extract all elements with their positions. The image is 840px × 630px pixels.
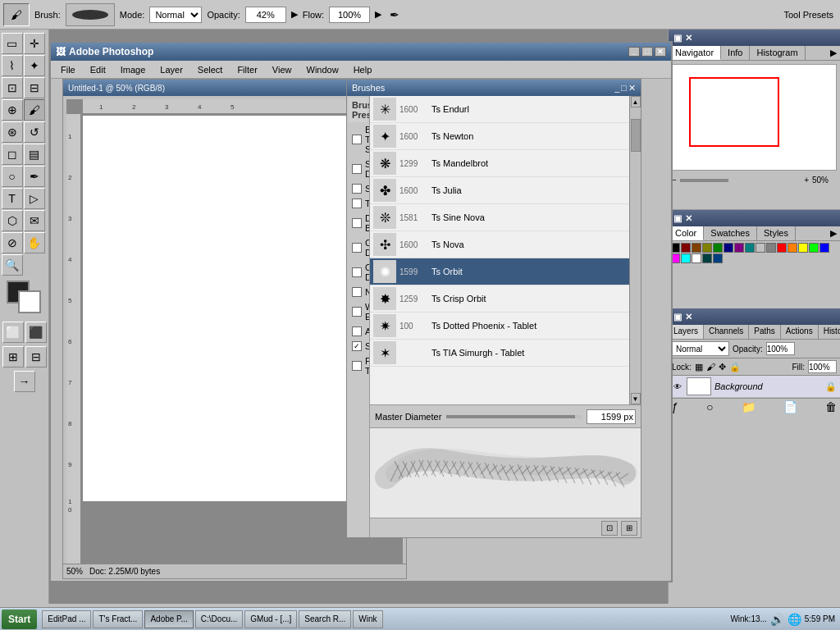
brush-category-smoothing[interactable]: ✓Smoothing [349, 339, 368, 354]
rect-select-tool[interactable]: ▭ [2, 33, 23, 54]
hand-tool[interactable]: ✋ [24, 232, 45, 253]
add-style-btn[interactable]: ƒ [672, 400, 678, 413]
tab-swatches[interactable]: Swatches [704, 226, 757, 240]
background-color[interactable] [18, 290, 41, 313]
brushes-minimize-btn[interactable]: _ [614, 83, 619, 94]
quick-mask-btn[interactable]: ⬛ [25, 322, 47, 343]
color-swatch[interactable] [777, 243, 787, 253]
diameter-slider[interactable] [446, 415, 582, 418]
brush-category-other-dynamics[interactable]: Other Dynamics [349, 260, 368, 285]
menu-edit[interactable]: Edit [84, 63, 112, 76]
color-swatch[interactable] [745, 243, 755, 253]
taskbar-item[interactable]: GMud - [...] [244, 610, 297, 628]
taskbar-item[interactable]: EditPad ... [42, 610, 91, 628]
move-tool[interactable]: ✛ [24, 33, 45, 54]
new-layer-btn[interactable]: 📄 [783, 400, 797, 413]
list-item[interactable]: ✷100Ts Dotted Phoenix - Tablet [370, 313, 629, 340]
list-item[interactable]: ✺1599Ts Orbit [370, 258, 629, 285]
brush-category-noise[interactable]: Noise [349, 285, 368, 299]
menu-select[interactable]: Select [191, 63, 230, 76]
airbrush-icon[interactable]: ✒ [390, 8, 399, 21]
menu-view[interactable]: View [266, 63, 299, 76]
color-swatch[interactable] [756, 243, 765, 253]
menu-file[interactable]: File [54, 63, 82, 76]
color-swatch[interactable] [702, 243, 712, 253]
brush-category-protect-texture[interactable]: Protect Texture [349, 354, 368, 378]
tab-histogram[interactable]: Histogram [750, 46, 805, 60]
list-item[interactable]: ✣1600Ts Nova [370, 231, 629, 258]
brush-checkbox-smoothing[interactable]: ✓ [352, 341, 362, 351]
flow-arrow[interactable]: ▶ [375, 9, 381, 20]
scroll-thumb[interactable] [631, 119, 641, 152]
tab-history[interactable]: History [819, 325, 840, 339]
lasso-tool[interactable]: ⌇ [2, 55, 23, 76]
zoom-slider[interactable] [680, 179, 801, 182]
layer-visibility-icon[interactable]: 👁 [672, 381, 683, 392]
tab-info[interactable]: Info [721, 46, 750, 60]
brush-checkbox-protect-texture[interactable] [352, 361, 362, 371]
color-swatch[interactable] [734, 243, 744, 253]
list-item[interactable]: ✶Ts TIA Simurgh - Tablet [370, 340, 629, 367]
taskbar-item[interactable]: C:\Docu... [195, 610, 243, 628]
type-tool[interactable]: T [2, 188, 23, 209]
dodge-tool[interactable]: ○ [2, 166, 23, 187]
brush-checkbox-color-dynamics[interactable] [352, 243, 362, 253]
color-close[interactable]: ✕ [685, 213, 692, 224]
brush-checkbox-texture[interactable] [352, 199, 362, 208]
brush-checkbox-shape-dynamics[interactable] [352, 164, 362, 174]
brush-category-shape-dynamics[interactable]: Shape Dynamics [349, 157, 368, 181]
brush-category-brush-presets[interactable]: Brush Presets [349, 98, 368, 122]
zoom-in-btn[interactable]: + [804, 176, 809, 185]
menu-layer[interactable]: Layer [153, 63, 189, 76]
brushes-options-btn[interactable]: ⊞ [621, 521, 637, 536]
crop-tool[interactable]: ⊡ [2, 77, 23, 98]
lock-all-btn[interactable]: 🔒 [729, 362, 741, 372]
color-swatch[interactable] [724, 243, 733, 253]
tab-styles[interactable]: Styles [757, 226, 796, 240]
brush-category-airbrush[interactable]: Airbrush [349, 324, 368, 339]
list-item[interactable]: ✳1600Ts Endurl [370, 96, 629, 123]
tab-navigator[interactable]: Navigator [669, 46, 721, 60]
brush-tool-icon[interactable]: 🖌 [3, 3, 30, 26]
heal-tool[interactable]: ⊕ [2, 99, 23, 121]
blend-mode-select[interactable]: Normal [672, 341, 729, 356]
color-swatch[interactable] [713, 243, 723, 253]
color-swatch[interactable] [798, 243, 808, 253]
layer-opacity-input[interactable] [766, 342, 795, 355]
brush-checkbox-dual-brush[interactable] [352, 218, 362, 228]
taskbar-item[interactable]: T's Fract... [93, 610, 143, 628]
tab-layers[interactable]: Layers [669, 325, 704, 339]
brush-checkbox-brush-tip-shape[interactable] [352, 135, 362, 144]
tab-paths[interactable]: Paths [749, 325, 781, 339]
brush-category-brush-tip-shape[interactable]: Brush Tip Shape [349, 122, 368, 157]
color-swatch[interactable] [681, 253, 691, 263]
lock-transparent-btn[interactable]: ▦ [695, 362, 703, 372]
brush-category-wet-edges[interactable]: Wet Edges [349, 299, 368, 324]
slice-tool[interactable]: ⊟ [24, 77, 45, 98]
color-swatch[interactable] [681, 243, 691, 253]
start-button[interactable]: Start [2, 609, 37, 629]
menu-help[interactable]: Help [347, 63, 379, 76]
color-swatch[interactable] [713, 253, 723, 263]
standard-mode-btn[interactable]: ⬜ [2, 322, 24, 343]
opacity-arrow[interactable]: ▶ [291, 9, 298, 20]
eyedropper-tool[interactable]: ⊘ [2, 232, 23, 253]
clone-tool[interactable]: ⊛ [2, 121, 23, 143]
scroll-up-arrow[interactable]: ▲ [631, 96, 641, 107]
color-swatch[interactable] [702, 253, 712, 263]
imagready-btn[interactable]: ⊟ [25, 346, 47, 368]
brushes-maximize-btn[interactable]: □ [621, 83, 627, 94]
menu-window[interactable]: Window [300, 63, 345, 76]
color-swatch[interactable] [809, 243, 819, 253]
taskbar-item[interactable]: Search R... [299, 610, 351, 628]
brush-preview-thumb[interactable] [66, 3, 115, 26]
color-swatch[interactable] [692, 243, 701, 253]
navigator-menu-btn[interactable]: ▶ [827, 46, 840, 60]
color-swatch[interactable] [788, 243, 797, 253]
tab-actions[interactable]: Actions [781, 325, 819, 339]
diameter-input[interactable] [587, 409, 636, 424]
list-item[interactable]: ❋1299Ts Mandelbrot [370, 150, 629, 177]
flow-input[interactable] [329, 7, 370, 23]
brush-category-scattering[interactable]: Scattering [349, 181, 368, 196]
taskbar-item[interactable]: Wink [353, 610, 382, 628]
